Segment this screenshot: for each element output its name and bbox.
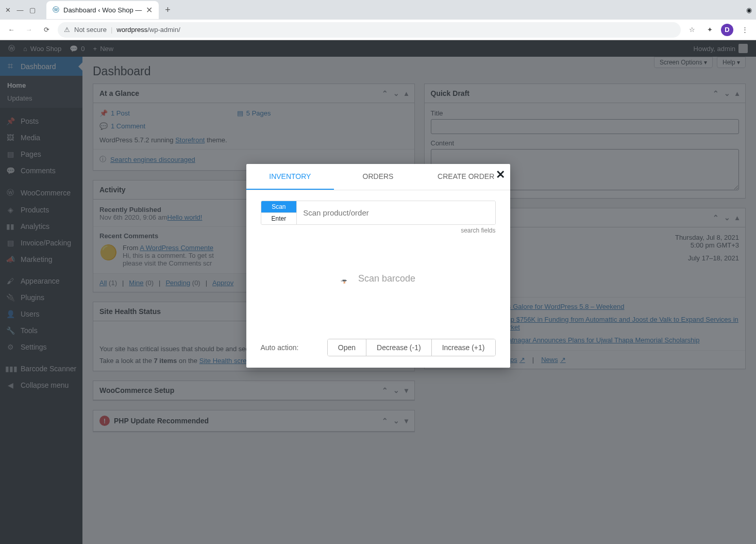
new-tab-button[interactable]: + [165, 5, 171, 15]
forward-button[interactable]: → [23, 24, 35, 36]
account-icon[interactable]: ◉ [746, 6, 752, 14]
not-secure-icon: ⚠ [64, 26, 70, 34]
tab-orders[interactable]: ORDERS [334, 164, 422, 190]
extensions-icon[interactable]: ✦ [703, 24, 716, 36]
reload-button[interactable]: ⟳ [40, 24, 53, 36]
back-button[interactable]: ← [5, 24, 18, 36]
mode-scan-button[interactable]: Scan [261, 201, 297, 212]
menu-icon[interactable]: ⋮ [738, 24, 751, 36]
window-maximize-icon[interactable]: ▢ [29, 6, 36, 13]
svg-rect-1 [346, 280, 347, 281]
svg-rect-0 [342, 280, 346, 282]
window-minimize-icon[interactable]: — [16, 6, 24, 13]
security-label: Not secure [74, 26, 107, 34]
tab-inventory[interactable]: INVENTORY [246, 164, 334, 190]
action-decrease-button[interactable]: Decrease (-1) [366, 339, 431, 356]
profile-avatar[interactable]: D [721, 24, 733, 36]
tab-close-icon[interactable]: ✕ [146, 5, 153, 15]
modal-overlay: ✕ INVENTORY ORDERS CREATE ORDER Scan Ent… [0, 40, 756, 544]
wordpress-favicon-icon: ⓦ [53, 5, 59, 14]
mode-enter-button[interactable]: Enter [261, 212, 297, 224]
scan-barcode-label: Scan barcode [358, 273, 415, 284]
window-close-icon[interactable]: ✕ [4, 6, 11, 13]
browser-tab[interactable]: ⓦ Dashboard ‹ Woo Shop — ✕ [46, 1, 159, 19]
action-open-button[interactable]: Open [328, 339, 366, 356]
barcode-scanner-modal: ✕ INVENTORY ORDERS CREATE ORDER Scan Ent… [246, 164, 510, 368]
bookmark-icon[interactable]: ☆ [686, 24, 698, 36]
action-increase-button[interactable]: Increase (+1) [431, 339, 495, 356]
url-path: /wp-admin/ [147, 26, 180, 34]
scan-input[interactable] [296, 201, 495, 224]
search-fields-link[interactable]: search fields [261, 227, 496, 234]
url-host: wordpress [116, 26, 147, 34]
address-bar[interactable]: ⚠ Not secure | wordpress/wp-admin/ [58, 22, 681, 38]
tab-title: Dashboard ‹ Woo Shop — [63, 6, 142, 14]
modal-close-button[interactable]: ✕ [496, 168, 505, 182]
barcode-scanner-icon [341, 267, 349, 290]
